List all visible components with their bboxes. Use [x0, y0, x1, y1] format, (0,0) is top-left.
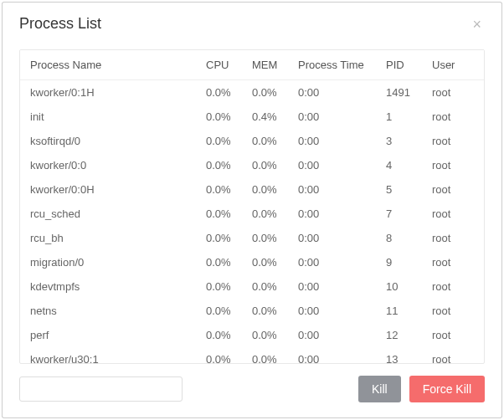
cell-cpu: 0.0% [196, 299, 242, 323]
table-row[interactable]: kworker/0:00.0%0.0%0:004root [20, 153, 484, 177]
cell-user: root [422, 250, 484, 274]
cell-user: root [422, 202, 484, 226]
cell-mem: 0.0% [242, 80, 288, 105]
table-row[interactable]: rcu_sched0.0%0.0%0:007root [20, 202, 484, 226]
cell-name: perf [20, 323, 196, 347]
column-header-mem[interactable]: MEM [242, 50, 288, 80]
cell-pid: 3 [376, 129, 422, 153]
cell-name: kworker/u30:1 [20, 347, 196, 363]
cell-cpu: 0.0% [196, 226, 242, 250]
cell-time: 0:00 [288, 105, 376, 129]
table-row[interactable]: kworker/0:0H0.0%0.0%0:005root [20, 177, 484, 202]
cell-pid: 4 [376, 153, 422, 177]
cell-cpu: 0.0% [196, 202, 242, 226]
cell-name: kworker/0:0H [20, 177, 196, 202]
cell-cpu: 0.0% [196, 250, 242, 274]
cell-time: 0:00 [288, 299, 376, 323]
cell-pid: 1 [376, 105, 422, 129]
process-list-modal: Process List × Process Name CPU MEM Proc… [2, 2, 502, 418]
cell-pid: 11 [376, 299, 422, 323]
cell-mem: 0.0% [242, 129, 288, 153]
process-table-scroll[interactable]: kworker/0:1H0.0%0.0%0:001491rootinit0.0%… [20, 80, 484, 363]
cell-mem: 0.4% [242, 105, 288, 129]
cell-cpu: 0.0% [196, 347, 242, 363]
column-header-user[interactable]: User [422, 50, 484, 80]
table-row[interactable]: perf0.0%0.0%0:0012root [20, 323, 484, 347]
cell-pid: 12 [376, 323, 422, 347]
close-button[interactable]: × [469, 17, 485, 32]
cell-time: 0:00 [288, 129, 376, 153]
cell-name: init [20, 105, 196, 129]
cell-cpu: 0.0% [196, 323, 242, 347]
cell-user: root [422, 226, 484, 250]
cell-cpu: 0.0% [196, 129, 242, 153]
cell-mem: 0.0% [242, 323, 288, 347]
table-row[interactable]: init0.0%0.4%0:001root [20, 105, 484, 129]
cell-cpu: 0.0% [196, 274, 242, 299]
cell-name: kdevtmpfs [20, 274, 196, 299]
cell-mem: 0.0% [242, 153, 288, 177]
cell-pid: 9 [376, 250, 422, 274]
column-header-cpu[interactable]: CPU [196, 50, 242, 80]
cell-time: 0:00 [288, 274, 376, 299]
cell-name: ksoftirqd/0 [20, 129, 196, 153]
filter-input[interactable] [19, 376, 183, 402]
kill-button[interactable]: Kill [358, 376, 401, 402]
cell-pid: 10 [376, 274, 422, 299]
cell-pid: 7 [376, 202, 422, 226]
table-row[interactable]: rcu_bh0.0%0.0%0:008root [20, 226, 484, 250]
cell-cpu: 0.0% [196, 177, 242, 202]
cell-cpu: 0.0% [196, 105, 242, 129]
cell-user: root [422, 347, 484, 363]
force-kill-button[interactable]: Force Kill [409, 376, 485, 402]
cell-name: netns [20, 299, 196, 323]
modal-title: Process List [19, 15, 101, 33]
cell-time: 0:00 [288, 323, 376, 347]
cell-time: 0:00 [288, 80, 376, 105]
cell-mem: 0.0% [242, 177, 288, 202]
column-header-time[interactable]: Process Time [288, 50, 376, 80]
modal-body: Process Name CPU MEM Process Time PID Us… [3, 43, 501, 364]
modal-footer: Kill Force Kill [3, 364, 501, 417]
table-row[interactable]: ksoftirqd/00.0%0.0%0:003root [20, 129, 484, 153]
cell-mem: 0.0% [242, 347, 288, 363]
cell-name: kworker/0:0 [20, 153, 196, 177]
cell-mem: 0.0% [242, 274, 288, 299]
cell-name: rcu_sched [20, 202, 196, 226]
table-row[interactable]: kdevtmpfs0.0%0.0%0:0010root [20, 274, 484, 299]
cell-time: 0:00 [288, 250, 376, 274]
cell-user: root [422, 105, 484, 129]
process-table-body: kworker/0:1H0.0%0.0%0:001491rootinit0.0%… [20, 80, 484, 363]
process-table-header: Process Name CPU MEM Process Time PID Us… [20, 50, 484, 80]
cell-pid: 8 [376, 226, 422, 250]
cell-user: root [422, 299, 484, 323]
cell-user: root [422, 323, 484, 347]
table-row[interactable]: migration/00.0%0.0%0:009root [20, 250, 484, 274]
cell-time: 0:00 [288, 202, 376, 226]
table-row[interactable]: netns0.0%0.0%0:0011root [20, 299, 484, 323]
column-header-pid[interactable]: PID [376, 50, 422, 80]
cell-pid: 5 [376, 177, 422, 202]
cell-mem: 0.0% [242, 202, 288, 226]
cell-name: migration/0 [20, 250, 196, 274]
table-row[interactable]: kworker/0:1H0.0%0.0%0:001491root [20, 80, 484, 105]
cell-mem: 0.0% [242, 226, 288, 250]
cell-user: root [422, 274, 484, 299]
cell-time: 0:00 [288, 347, 376, 363]
cell-mem: 0.0% [242, 299, 288, 323]
cell-time: 0:00 [288, 226, 376, 250]
column-header-name[interactable]: Process Name [20, 50, 196, 80]
modal-header: Process List × [3, 3, 501, 43]
cell-pid: 13 [376, 347, 422, 363]
cell-mem: 0.0% [242, 250, 288, 274]
cell-name: kworker/0:1H [20, 80, 196, 105]
cell-cpu: 0.0% [196, 80, 242, 105]
cell-name: rcu_bh [20, 226, 196, 250]
table-row[interactable]: kworker/u30:10.0%0.0%0:0013root [20, 347, 484, 363]
cell-time: 0:00 [288, 177, 376, 202]
cell-user: root [422, 129, 484, 153]
cell-user: root [422, 80, 484, 105]
cell-pid: 1491 [376, 80, 422, 105]
cell-cpu: 0.0% [196, 153, 242, 177]
cell-time: 0:00 [288, 153, 376, 177]
